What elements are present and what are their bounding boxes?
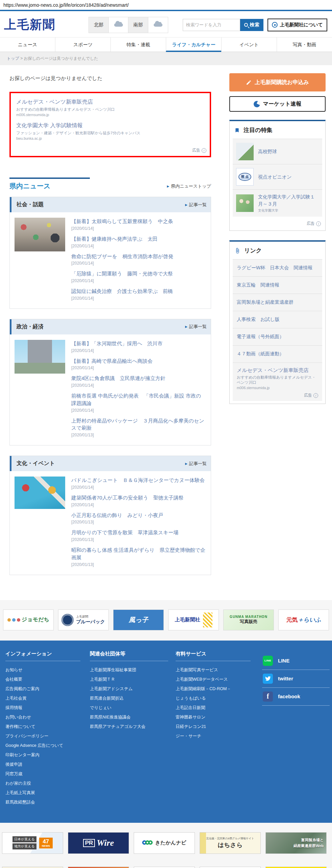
search-button[interactable]: 検索 xyxy=(240,19,263,31)
site-logo[interactable]: 上毛新聞 xyxy=(4,17,55,33)
featured-item-koko-yakyu[interactable]: 高校野球 xyxy=(233,139,322,164)
article-list-link[interactable]: 記事一覧 xyxy=(185,202,207,208)
banner-prwire[interactable]: PRWire xyxy=(68,832,129,854)
footer-link[interactable]: 上毛社会賞 xyxy=(5,694,80,703)
partner-jomodachi[interactable]: ジョモだち xyxy=(3,609,54,630)
partner-gunma-marathon[interactable]: GUNMA MARATHON写真販売 xyxy=(223,609,274,630)
footer-link[interactable]: Google Adsence 広告について xyxy=(5,741,80,751)
footer-link[interactable]: 上毛記念日新聞 xyxy=(176,703,251,713)
article-link[interactable]: パドルこぎシュート Ｂ＆Ｇ海洋センターでカヌー体験会 xyxy=(71,477,206,484)
social-line[interactable]: LINE LINE xyxy=(262,652,330,670)
article-list-link[interactable]: 記事一覧 xyxy=(185,461,207,467)
sidebar-link-denshi[interactable]: 電子速報（号外紙面） xyxy=(233,328,322,345)
ad-title[interactable]: メルセデス・ベンツ新車販売店 xyxy=(237,367,318,374)
footer-link[interactable]: 上毛紙上写真展 xyxy=(5,788,80,798)
footer-link[interactable]: わが家の主役 xyxy=(5,779,80,788)
ad-label[interactable]: 広告i xyxy=(233,217,322,228)
ad-unit[interactable]: メルセデス・ベンツ新車販売店 おすすめの自動車情報ありますメルセデス・ベンツ川口… xyxy=(16,99,204,117)
article-link[interactable]: 月明かりの下で雪原を散策 草津温泉スキー場 xyxy=(71,529,206,536)
article-thumbnail[interactable] xyxy=(15,218,65,251)
footer-link[interactable]: 雷神囲碁サロン xyxy=(176,713,251,722)
footer-link[interactable]: プライバシーポリシー xyxy=(5,732,80,741)
partner-genki-life[interactable]: 元気＋らいふ xyxy=(278,609,329,630)
footer-link[interactable]: 群馬県NIE推進協議会 xyxy=(90,713,168,722)
nav-life-culture[interactable]: ライフ・カルチャー xyxy=(166,37,221,52)
article-link[interactable]: 認知症に鍼灸治療 介護士ら効果学ぶ 前橋 xyxy=(71,288,206,295)
article-link[interactable]: 【新着】太鼓鳴らして五穀豊穣願う 中之条 xyxy=(71,218,206,225)
sidebar-link-47douga[interactable]: ４７動画（紙面連動） xyxy=(233,345,322,362)
banner-tomioka-web[interactable]: 富岡製糸場と絹産業遺産群Web xyxy=(265,832,327,854)
sidebar-link-rugby[interactable]: ラグビーW杯 日本大会 関連情報 xyxy=(233,259,322,276)
footer-link[interactable]: ジー・サーチ xyxy=(176,732,251,741)
featured-item-shiten-opinion[interactable]: 視 点 視点オピニオン xyxy=(233,164,322,189)
article-link[interactable]: 【新着】高崎で県産品輸出へ商談会 xyxy=(71,357,206,365)
article-link[interactable]: 建築関係者70人が工事の安全願う 聖徳太子講祭 xyxy=(71,494,206,501)
footer-link[interactable]: 上毛新聞ＴＲ xyxy=(90,675,168,684)
ad-label[interactable]: 広告i xyxy=(237,390,318,398)
info-icon[interactable]: i xyxy=(316,221,321,226)
sidebar-link-tomioka[interactable]: 富岡製糸場と絹産業遺産群 xyxy=(233,294,322,311)
footer-link[interactable]: 群馬連合新聞折込 xyxy=(90,694,168,703)
footer-link[interactable]: 広告掲載のご案内 xyxy=(5,684,80,694)
sidebar-link-jinji[interactable]: 人事検索 お試し版 xyxy=(233,311,322,328)
article-link[interactable]: 上野村の特産品やパッケージ ３月商品化へ多摩美のセンスで刷新 xyxy=(71,417,206,432)
article-link[interactable]: 「厄除猿」に開運願う 藤岡・光徳寺で大祭 xyxy=(71,270,206,277)
banner-gogai[interactable]: 号外 xyxy=(200,867,261,868)
article-thumbnail[interactable] xyxy=(15,340,65,374)
ad-title[interactable]: メルセデス・ベンツ新車販売店 xyxy=(16,99,204,106)
subscribe-button[interactable]: 上毛新聞購読お申込み xyxy=(229,73,326,91)
info-icon[interactable]: i xyxy=(202,148,206,153)
partner-jomo-shimbunsha[interactable]: 上毛新聞社 xyxy=(168,609,219,630)
about-company-button[interactable]: 上毛新聞社について xyxy=(267,19,327,31)
article-link[interactable]: 衆院4区に角倉県議 立民県連が擁立方針 xyxy=(71,375,206,382)
article-link[interactable]: 救命に防犯ブザーを 桐生市消防本部が啓発 xyxy=(71,253,206,260)
footer-link[interactable]: 後援申請 xyxy=(5,760,80,769)
banner-hachisara[interactable]: 北信越・北関東の8県グルメ情報サイトはちさら xyxy=(200,832,261,854)
footer-link[interactable]: 上毛新聞WEBデータベース xyxy=(176,675,251,684)
article-list-link[interactable]: 記事一覧 xyxy=(185,324,207,330)
nav-features[interactable]: 特集・連載 xyxy=(110,37,166,52)
nav-news[interactable]: ニュース xyxy=(0,37,55,52)
footer-link[interactable]: 上毛新聞縮刷版－CD-ROM－ xyxy=(176,684,251,694)
address-bar[interactable]: https://www.jomo-news.co.jp/life/oricon/… xyxy=(0,0,332,10)
footer-link[interactable]: 上毛新聞厚生福祉事業団 xyxy=(90,666,168,675)
article-link[interactable]: 昭和の暮らし体感 生活道具がずらり 県立歴史博物館で企画展 xyxy=(71,546,206,561)
breadcrumb-home[interactable]: トップ xyxy=(7,56,19,61)
nav-photo-video[interactable]: 写真・動画 xyxy=(277,37,332,52)
article-link[interactable]: 前橋市長選 中島氏が公約発表 「市民会議」新設 市政の課題議論 xyxy=(71,392,206,407)
footer-link[interactable]: でりじぇい xyxy=(90,703,168,713)
ad-label[interactable]: 広告i xyxy=(192,147,206,153)
footer-link[interactable]: 上毛新聞写真サービス xyxy=(176,666,251,675)
article-link[interactable]: 小正月彩る伝統の飾り みどり・小夜戸 xyxy=(71,512,206,519)
search-input[interactable] xyxy=(183,19,240,31)
social-twitter[interactable]: twitter xyxy=(262,670,330,688)
footer-link[interactable]: お問い合わせ xyxy=(5,713,80,722)
footer-link[interactable]: お知らせ xyxy=(5,666,80,675)
nav-events[interactable]: イベント xyxy=(221,37,277,52)
social-facebook[interactable]: f facebook xyxy=(262,688,330,706)
banner-harebutai[interactable]: ハレブタイ上毛新聞社のクラウドファンディング xyxy=(265,867,327,868)
footer-link[interactable]: 採用情報 xyxy=(5,703,80,713)
partner-bluepack[interactable]: 上毛新聞ブルーパック xyxy=(58,609,109,630)
ad-title[interactable]: 文化学園大学 入学試験情報 xyxy=(16,122,204,129)
banner-kitakan-navi[interactable]: きたかんナビ xyxy=(134,832,195,854)
sidebar-link-olympics[interactable]: 東京五輪 関連情報 xyxy=(233,276,322,294)
article-thumbnail[interactable] xyxy=(15,477,65,509)
info-icon[interactable]: i xyxy=(313,393,318,398)
market-report-button[interactable]: マーケット速報 xyxy=(229,96,326,112)
banner-gyosei-journal[interactable]: 行政専門情報サイト上毛新聞４７行政ジャーナル xyxy=(2,867,63,868)
ad-unit[interactable]: 文化学園大学 入学試験情報 ファッション・建築・デザイン・観光新宿駅から徒歩7分… xyxy=(16,122,204,140)
nav-sports[interactable]: スポーツ xyxy=(55,37,110,52)
banner-food-photos[interactable] xyxy=(68,867,129,868)
article-link[interactable]: 【新着】「氷河期世代」採用へ 渋川市 xyxy=(71,340,206,347)
footer-link[interactable]: 上毛新聞アドシステム xyxy=(90,684,168,694)
footer-link[interactable]: 著作権について xyxy=(5,722,80,732)
featured-item-bunka-gakuen-ad[interactable]: 文化学園大学／入学試験１月～３月 文化学園大学 xyxy=(233,189,322,217)
footer-link[interactable]: 群馬政経懇話会 xyxy=(5,798,80,807)
article-link[interactable]: 【新着】健康維持へ発声法学ぶ 太田 xyxy=(71,235,206,243)
footer-link[interactable]: 印刷センター案内 xyxy=(5,751,80,760)
banner-yell[interactable]: yell xyxy=(134,867,195,868)
footer-link[interactable]: 日経テレコン21 xyxy=(176,722,251,732)
partner-kazekko[interactable]: 風っ子 xyxy=(113,609,164,630)
footer-link[interactable]: 同窓万歳 xyxy=(5,769,80,779)
